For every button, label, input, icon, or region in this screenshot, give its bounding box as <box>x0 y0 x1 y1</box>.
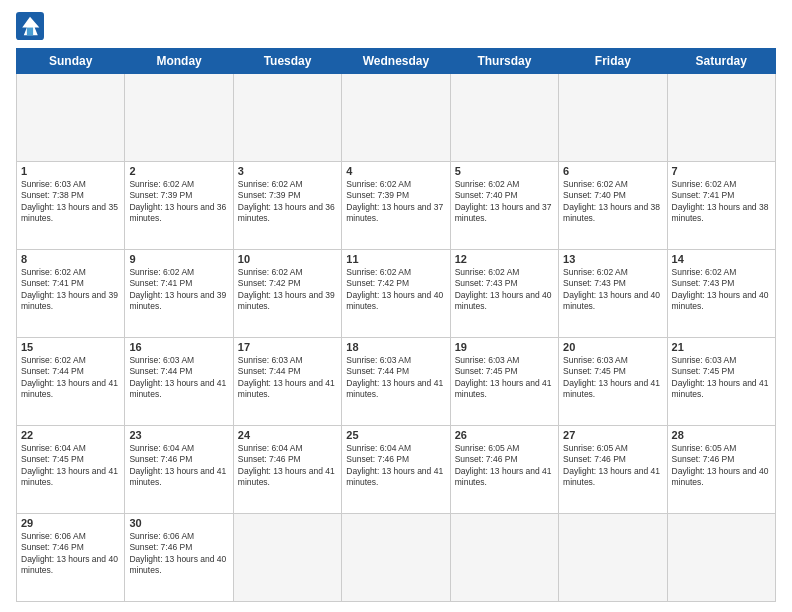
day-header-monday: Monday <box>125 49 233 74</box>
week-row-4: 15Sunrise: 6:02 AMSunset: 7:44 PMDayligh… <box>17 338 776 426</box>
day-number: 12 <box>455 253 554 265</box>
cell-info: Sunrise: 6:04 AMSunset: 7:45 PMDaylight:… <box>21 443 120 489</box>
header <box>16 12 776 40</box>
cell-info: Sunrise: 6:03 AMSunset: 7:45 PMDaylight:… <box>455 355 554 401</box>
cell-info: Sunrise: 6:05 AMSunset: 7:46 PMDaylight:… <box>672 443 771 489</box>
logo-icon <box>16 12 44 40</box>
calendar-cell <box>559 74 667 162</box>
calendar-cell: 15Sunrise: 6:02 AMSunset: 7:44 PMDayligh… <box>17 338 125 426</box>
cell-info: Sunrise: 6:02 AMSunset: 7:41 PMDaylight:… <box>129 267 228 313</box>
calendar-cell <box>667 74 775 162</box>
calendar-cell: 22Sunrise: 6:04 AMSunset: 7:45 PMDayligh… <box>17 426 125 514</box>
day-header-wednesday: Wednesday <box>342 49 450 74</box>
day-number: 7 <box>672 165 771 177</box>
calendar-cell: 6Sunrise: 6:02 AMSunset: 7:40 PMDaylight… <box>559 162 667 250</box>
calendar-cell: 8Sunrise: 6:02 AMSunset: 7:41 PMDaylight… <box>17 250 125 338</box>
calendar-cell <box>342 514 450 602</box>
cell-info: Sunrise: 6:05 AMSunset: 7:46 PMDaylight:… <box>563 443 662 489</box>
day-number: 4 <box>346 165 445 177</box>
day-number: 10 <box>238 253 337 265</box>
calendar-cell: 4Sunrise: 6:02 AMSunset: 7:39 PMDaylight… <box>342 162 450 250</box>
cell-info: Sunrise: 6:03 AMSunset: 7:44 PMDaylight:… <box>129 355 228 401</box>
cell-info: Sunrise: 6:04 AMSunset: 7:46 PMDaylight:… <box>346 443 445 489</box>
calendar-cell: 12Sunrise: 6:02 AMSunset: 7:43 PMDayligh… <box>450 250 558 338</box>
week-row-3: 8Sunrise: 6:02 AMSunset: 7:41 PMDaylight… <box>17 250 776 338</box>
calendar-cell: 10Sunrise: 6:02 AMSunset: 7:42 PMDayligh… <box>233 250 341 338</box>
calendar-cell: 23Sunrise: 6:04 AMSunset: 7:46 PMDayligh… <box>125 426 233 514</box>
day-header-thursday: Thursday <box>450 49 558 74</box>
cell-info: Sunrise: 6:03 AMSunset: 7:44 PMDaylight:… <box>346 355 445 401</box>
cell-info: Sunrise: 6:02 AMSunset: 7:40 PMDaylight:… <box>455 179 554 225</box>
day-number: 17 <box>238 341 337 353</box>
calendar-cell: 3Sunrise: 6:02 AMSunset: 7:39 PMDaylight… <box>233 162 341 250</box>
calendar-cell <box>233 74 341 162</box>
calendar-cell: 1Sunrise: 6:03 AMSunset: 7:38 PMDaylight… <box>17 162 125 250</box>
calendar-cell <box>450 74 558 162</box>
day-number: 2 <box>129 165 228 177</box>
day-number: 25 <box>346 429 445 441</box>
day-number: 28 <box>672 429 771 441</box>
cell-info: Sunrise: 6:04 AMSunset: 7:46 PMDaylight:… <box>238 443 337 489</box>
day-number: 3 <box>238 165 337 177</box>
calendar-cell <box>667 514 775 602</box>
day-number: 14 <box>672 253 771 265</box>
day-header-tuesday: Tuesday <box>233 49 341 74</box>
logo <box>16 12 48 40</box>
cell-info: Sunrise: 6:02 AMSunset: 7:40 PMDaylight:… <box>563 179 662 225</box>
calendar-cell: 18Sunrise: 6:03 AMSunset: 7:44 PMDayligh… <box>342 338 450 426</box>
day-number: 5 <box>455 165 554 177</box>
cell-info: Sunrise: 6:02 AMSunset: 7:39 PMDaylight:… <box>238 179 337 225</box>
day-number: 13 <box>563 253 662 265</box>
cell-info: Sunrise: 6:02 AMSunset: 7:39 PMDaylight:… <box>346 179 445 225</box>
calendar: SundayMondayTuesdayWednesdayThursdayFrid… <box>16 48 776 602</box>
cell-info: Sunrise: 6:02 AMSunset: 7:41 PMDaylight:… <box>672 179 771 225</box>
cell-info: Sunrise: 6:05 AMSunset: 7:46 PMDaylight:… <box>455 443 554 489</box>
calendar-cell: 13Sunrise: 6:02 AMSunset: 7:43 PMDayligh… <box>559 250 667 338</box>
calendar-cell: 7Sunrise: 6:02 AMSunset: 7:41 PMDaylight… <box>667 162 775 250</box>
calendar-cell: 24Sunrise: 6:04 AMSunset: 7:46 PMDayligh… <box>233 426 341 514</box>
cell-info: Sunrise: 6:02 AMSunset: 7:41 PMDaylight:… <box>21 267 120 313</box>
cell-info: Sunrise: 6:02 AMSunset: 7:44 PMDaylight:… <box>21 355 120 401</box>
week-row-1 <box>17 74 776 162</box>
cell-info: Sunrise: 6:03 AMSunset: 7:45 PMDaylight:… <box>672 355 771 401</box>
calendar-cell: 19Sunrise: 6:03 AMSunset: 7:45 PMDayligh… <box>450 338 558 426</box>
calendar-cell: 14Sunrise: 6:02 AMSunset: 7:43 PMDayligh… <box>667 250 775 338</box>
day-number: 22 <box>21 429 120 441</box>
calendar-cell <box>342 74 450 162</box>
calendar-cell <box>450 514 558 602</box>
day-number: 16 <box>129 341 228 353</box>
day-number: 27 <box>563 429 662 441</box>
day-number: 6 <box>563 165 662 177</box>
calendar-cell: 5Sunrise: 6:02 AMSunset: 7:40 PMDaylight… <box>450 162 558 250</box>
day-number: 30 <box>129 517 228 529</box>
calendar-cell: 25Sunrise: 6:04 AMSunset: 7:46 PMDayligh… <box>342 426 450 514</box>
day-header-sunday: Sunday <box>17 49 125 74</box>
svg-rect-2 <box>27 28 33 36</box>
day-number: 24 <box>238 429 337 441</box>
calendar-cell <box>559 514 667 602</box>
calendar-cell <box>233 514 341 602</box>
calendar-cell <box>17 74 125 162</box>
header-row: SundayMondayTuesdayWednesdayThursdayFrid… <box>17 49 776 74</box>
day-number: 21 <box>672 341 771 353</box>
calendar-cell: 30Sunrise: 6:06 AMSunset: 7:46 PMDayligh… <box>125 514 233 602</box>
calendar-cell <box>125 74 233 162</box>
cell-info: Sunrise: 6:02 AMSunset: 7:39 PMDaylight:… <box>129 179 228 225</box>
calendar-cell: 17Sunrise: 6:03 AMSunset: 7:44 PMDayligh… <box>233 338 341 426</box>
day-number: 23 <box>129 429 228 441</box>
calendar-cell: 20Sunrise: 6:03 AMSunset: 7:45 PMDayligh… <box>559 338 667 426</box>
week-row-2: 1Sunrise: 6:03 AMSunset: 7:38 PMDaylight… <box>17 162 776 250</box>
calendar-cell: 2Sunrise: 6:02 AMSunset: 7:39 PMDaylight… <box>125 162 233 250</box>
day-number: 1 <box>21 165 120 177</box>
day-number: 11 <box>346 253 445 265</box>
cell-info: Sunrise: 6:03 AMSunset: 7:44 PMDaylight:… <box>238 355 337 401</box>
day-number: 20 <box>563 341 662 353</box>
day-number: 26 <box>455 429 554 441</box>
day-number: 29 <box>21 517 120 529</box>
calendar-cell: 27Sunrise: 6:05 AMSunset: 7:46 PMDayligh… <box>559 426 667 514</box>
cell-info: Sunrise: 6:02 AMSunset: 7:43 PMDaylight:… <box>672 267 771 313</box>
cell-info: Sunrise: 6:02 AMSunset: 7:43 PMDaylight:… <box>563 267 662 313</box>
cell-info: Sunrise: 6:02 AMSunset: 7:43 PMDaylight:… <box>455 267 554 313</box>
cell-info: Sunrise: 6:02 AMSunset: 7:42 PMDaylight:… <box>238 267 337 313</box>
cell-info: Sunrise: 6:06 AMSunset: 7:46 PMDaylight:… <box>129 531 228 577</box>
